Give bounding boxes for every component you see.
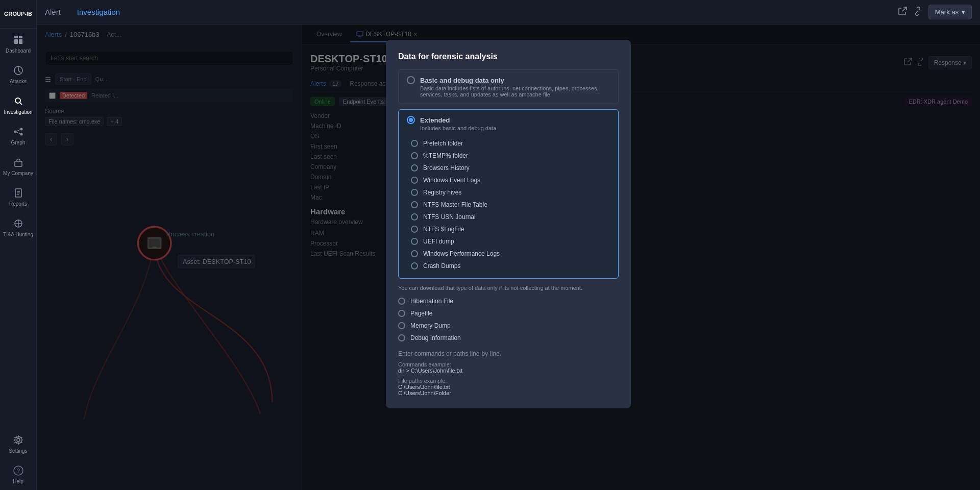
mark-as-button[interactable]: Mark as ▾ [928, 5, 972, 19]
file-paths-section: File paths example: C:\Users\John\file.t… [398, 378, 619, 396]
ext-option-prefetch: Prefetch folder [411, 137, 610, 150]
commands-label: Enter commands or paths line-by-line. [398, 350, 619, 357]
sidebar-item-reports[interactable]: Reports [0, 182, 37, 212]
label-ntfs-logfile: NTFS $LogFile [423, 226, 464, 233]
svg-text:?: ? [16, 468, 19, 474]
label-temp: %TEMP% folder [423, 152, 468, 159]
svg-rect-12 [15, 161, 22, 166]
label-registry-hives: Registry hives [423, 189, 461, 196]
ext-option-uefi-dump: UEFI dump [411, 235, 610, 248]
sidebar-item-attacks[interactable]: Attacks [0, 59, 37, 90]
modal-overlay: Data for forensic analysis Basic and deb… [37, 24, 980, 490]
option-basic-card[interactable]: Basic and debug data only Basic data inc… [398, 69, 619, 104]
radio-temp[interactable] [411, 152, 418, 159]
sidebar-mycompany-label: My Company [3, 170, 33, 177]
sidebar-investigation-label: Investigation [4, 109, 32, 115]
radio-windows-perf[interactable] [411, 250, 418, 257]
ext-option-ntfs-mft: NTFS Master File Table [411, 199, 610, 211]
svg-rect-3 [19, 39, 22, 44]
radio-memory-dump[interactable] [398, 322, 405, 329]
option-extended-card[interactable]: Extended Includes basic and debug data P… [398, 109, 619, 279]
radio-extended-inner [409, 118, 413, 122]
ext-option-windows-event-logs: Windows Event Logs [411, 174, 610, 186]
link-button[interactable] [913, 7, 922, 18]
svg-point-8 [20, 128, 22, 131]
ext-option-browsers: Browsers History [411, 162, 610, 174]
option-extended-title: Extended [420, 116, 450, 124]
logo-text: GROUP-IB [4, 11, 32, 17]
label-crash-dumps: Crash Dumps [423, 262, 460, 270]
sidebar-dashboard-label: Dashboard [6, 48, 31, 54]
option-extended-desc: Includes basic and debug data [420, 125, 610, 131]
topbar-title: Alert [45, 8, 61, 16]
topbar-actions: Mark as ▾ [898, 5, 972, 19]
svg-rect-0 [14, 36, 18, 38]
radio-hibernation[interactable] [398, 298, 405, 305]
sidebar-bottom: Settings ? Help [0, 429, 37, 490]
sidebar-item-dashboard[interactable]: Dashboard [0, 29, 37, 59]
label-ntfs-usn: NTFS USN Journal [423, 213, 476, 220]
radio-crash-dumps[interactable] [411, 262, 418, 270]
modal-title: Data for forensic analysis [398, 52, 619, 61]
radio-windows-event-logs[interactable] [411, 177, 418, 184]
svg-line-6 [20, 103, 22, 105]
commands-section: Enter commands or paths line-by-line. Co… [398, 350, 619, 396]
download-options: Hibernation File Pagefile Memory Dump [398, 295, 619, 344]
forensic-modal: Data for forensic analysis Basic and deb… [386, 40, 631, 408]
commands-example-label: Commands example: [398, 361, 619, 368]
label-debug-info: Debug Information [410, 334, 461, 341]
commands-example-value: dir > C:\Users\John\file.txt [398, 368, 619, 374]
extended-options: Prefetch folder %TEMP% folder Browsers H… [407, 137, 610, 272]
download-note: You can download that type of data only … [398, 285, 619, 291]
sidebar-logo: GROUP-IB [0, 0, 37, 29]
sidebar-item-graph[interactable]: Graph [0, 120, 37, 151]
svg-point-9 [20, 133, 22, 136]
radio-ntfs-usn[interactable] [411, 213, 418, 220]
radio-ntfs-logfile[interactable] [411, 226, 418, 233]
label-browsers: Browsers History [423, 164, 470, 172]
svg-point-20 [17, 438, 20, 442]
radio-debug-info[interactable] [398, 334, 405, 341]
sidebar-settings-label: Settings [9, 448, 27, 454]
sidebar-graph-label: Graph [11, 140, 26, 146]
sidebar-item-settings[interactable]: Settings [0, 429, 37, 459]
radio-browsers[interactable] [411, 164, 418, 172]
sidebar-item-my-company[interactable]: My Company [0, 151, 37, 182]
sidebar-attacks-label: Attacks [10, 79, 27, 85]
file-paths-label: File paths example: [398, 378, 619, 384]
radio-registry-hives[interactable] [411, 189, 418, 196]
option-basic-header: Basic and debug data only [407, 76, 610, 84]
radio-basic[interactable] [407, 76, 415, 84]
ext-option-crash-dumps: Crash Dumps [411, 260, 610, 272]
radio-prefetch[interactable] [411, 140, 418, 147]
label-uefi-dump: UEFI dump [423, 238, 454, 245]
radio-extended[interactable] [407, 116, 415, 124]
settings-icon [12, 434, 24, 446]
file-paths-value1: C:\Users\John\file.txt [398, 384, 619, 390]
content-area: Alerts / 106716b3 Act... ☰ Start - End Q… [37, 24, 980, 490]
radio-pagefile[interactable] [398, 310, 405, 317]
sidebar-item-investigation[interactable]: Investigation [0, 90, 37, 120]
ti-hunting-icon [12, 217, 24, 230]
ext-option-hibernation: Hibernation File [398, 295, 619, 307]
ext-option-ntfs-logfile: NTFS $LogFile [411, 223, 610, 235]
svg-point-5 [15, 98, 20, 103]
topbar-tab[interactable]: Investigation [73, 8, 124, 16]
ext-option-debug-info: Debug Information [398, 332, 619, 344]
sidebar-item-ti-hunting[interactable]: TI&A Hunting [0, 212, 37, 243]
topbar: Alert Investigation Mark as ▾ [37, 0, 980, 24]
attacks-icon [12, 64, 24, 77]
ext-option-ntfs-usn: NTFS USN Journal [411, 211, 610, 223]
external-link-button[interactable] [898, 7, 907, 18]
my-company-icon [12, 156, 24, 168]
label-ntfs-mft: NTFS Master File Table [423, 201, 487, 208]
radio-ntfs-mft[interactable] [411, 201, 418, 208]
label-pagefile: Pagefile [410, 310, 432, 317]
dashboard-icon [12, 34, 24, 46]
graph-icon [12, 126, 24, 138]
radio-uefi-dump[interactable] [411, 238, 418, 245]
sidebar-item-help[interactable]: ? Help [0, 459, 37, 490]
svg-point-7 [14, 131, 16, 133]
investigation-icon [12, 95, 24, 107]
svg-rect-2 [14, 39, 18, 44]
